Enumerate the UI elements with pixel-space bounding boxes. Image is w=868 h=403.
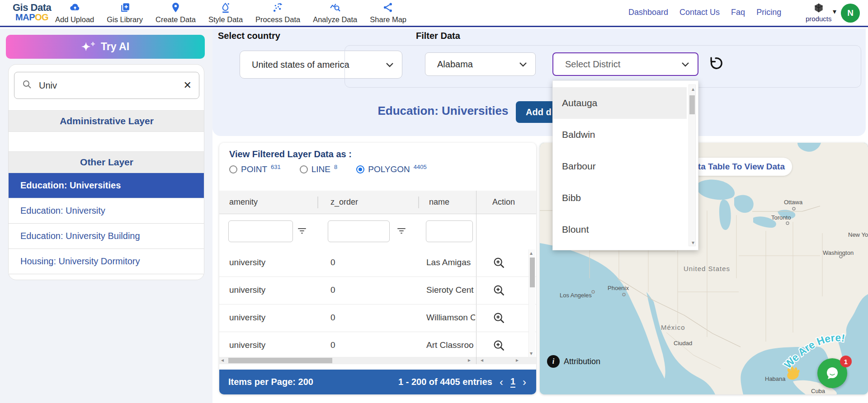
column-header-name[interactable]: name (429, 197, 449, 207)
app-root: Gis Data MAPOG Add Upload Gis Library (0, 0, 868, 403)
district-option-autauga[interactable]: Autauga (553, 87, 687, 119)
nav-links: Dashboard Contact Us Faq Pricing (628, 8, 781, 17)
chevron-down-icon[interactable]: ▾ (833, 7, 836, 16)
nav-item-analyze-data[interactable]: Analyze Data (313, 2, 357, 24)
name-filter-input[interactable] (426, 220, 473, 242)
info-icon: i (547, 355, 560, 368)
geometry-radio-group: POINT631 LINE8 POLYGON4405 (229, 164, 427, 174)
filter-icon[interactable] (297, 226, 307, 236)
layer-search-box: ✕ (14, 72, 199, 99)
filter-icon[interactable] (396, 226, 406, 236)
nav-item-create-data[interactable]: Create Data (156, 2, 196, 24)
chat-notification-badge[interactable]: 1 (840, 356, 852, 367)
scroll-thumb[interactable] (228, 358, 332, 363)
vertical-scrollbar[interactable]: ▴ ▾ (528, 249, 535, 357)
map-label-ciudad: Ciudad (674, 340, 692, 347)
scroll-down-arrow[interactable]: ▾ (530, 351, 533, 356)
scroll-thumb[interactable] (530, 258, 535, 287)
scroll-left-arrow[interactable]: ◂ (221, 357, 224, 363)
radio-point[interactable]: POINT631 (229, 164, 281, 174)
ink-drop-icon (220, 2, 231, 15)
radio-icon[interactable] (300, 165, 308, 173)
state-select[interactable]: Alabama (425, 52, 536, 76)
scroll-up-arrow[interactable]: ▴ (530, 250, 533, 256)
zoom-in-icon[interactable] (492, 339, 506, 352)
nav-item-style-data[interactable]: Style Data (208, 2, 243, 24)
active-layer-title: Education: Universities (375, 104, 511, 118)
zoom-in-icon[interactable] (492, 256, 506, 270)
share-icon (382, 2, 394, 15)
sidebar-item-university-building[interactable]: Education: University Building (9, 224, 204, 249)
link-dashboard[interactable]: Dashboard (628, 8, 668, 17)
attribution-control[interactable]: i Attribution (547, 355, 600, 368)
table-row[interactable]: university 0 Art Classroo (219, 332, 536, 357)
map-label-phoenix: Phoenix (608, 285, 629, 291)
district-option-barbour[interactable]: Barbour (553, 150, 687, 182)
zoom-in-icon[interactable] (492, 311, 506, 325)
scroll-right-arrow[interactable]: ▸ (468, 357, 471, 363)
try-ai-button[interactable]: ✦✧ Try AI (6, 35, 205, 59)
table-row[interactable]: university 0 Sieroty Cent (219, 277, 536, 305)
link-faq[interactable]: Faq (731, 8, 745, 17)
refresh-icon[interactable] (708, 56, 723, 71)
sidebar-item-university-dormitory[interactable]: Housing: University Dormitory (9, 249, 204, 274)
next-page-button[interactable]: › (523, 378, 526, 387)
nav-item-process-data[interactable]: Process Data (255, 2, 300, 24)
district-select[interactable]: Select District (552, 52, 698, 76)
point-count: 631 (271, 164, 281, 170)
table-pagination-bar: Items per Page: 200 1 - 200 of 4405 entr… (219, 370, 536, 394)
scroll-right-arrow[interactable]: ▸ (516, 357, 519, 363)
radio-icon[interactable] (229, 165, 237, 173)
top-navbar: Gis Data MAPOG Add Upload Gis Library (0, 0, 868, 27)
scrollbar-divider (476, 357, 476, 364)
link-pricing[interactable]: Pricing (756, 8, 781, 17)
link-contact-us[interactable]: Contact Us (679, 8, 720, 17)
scroll-up-arrow[interactable]: ▴ (692, 86, 694, 92)
table-row[interactable]: university 0 Las Amigas (219, 249, 536, 277)
nav-item-label: Create Data (156, 15, 196, 24)
district-option-bibb[interactable]: Bibb (553, 182, 687, 214)
zoom-in-icon[interactable] (492, 284, 506, 297)
select-country-label: Select country (218, 31, 280, 41)
chat-bubble-icon (824, 365, 840, 381)
view-data-button[interactable]: ta Table To View Data (691, 158, 792, 176)
line-count: 8 (334, 164, 337, 170)
z-order-filter-input[interactable] (328, 220, 390, 242)
current-page-button[interactable]: 1 (510, 376, 515, 388)
radio-polygon[interactable]: POLYGON4405 (356, 164, 426, 174)
horizontal-scrollbar[interactable]: ◂ ▸ ◂ ▸ (219, 357, 536, 364)
district-option-baldwin[interactable]: Baldwin (553, 119, 687, 150)
products-menu[interactable]: products (806, 2, 832, 23)
column-header-z-order[interactable]: z_order (330, 197, 358, 207)
data-table-panel: View Filtered Layer Data as : POINT631 L… (219, 143, 536, 394)
table-filter-row (219, 214, 536, 249)
column-header-amenity[interactable]: amenity (229, 197, 258, 207)
clear-search-icon[interactable]: ✕ (184, 80, 192, 91)
scroll-left-arrow[interactable]: ◂ (481, 357, 483, 363)
nav-item-label: Analyze Data (313, 15, 357, 24)
try-ai-label: Try AI (101, 41, 129, 53)
nav-item-share-map[interactable]: Share Map (370, 2, 406, 24)
prev-page-button[interactable]: ‹ (500, 378, 503, 387)
waving-hand-icon (784, 365, 802, 381)
user-avatar[interactable]: N (841, 4, 860, 23)
map-label-ottawa: Ottawa (784, 199, 803, 206)
radio-line[interactable]: LINE8 (300, 164, 337, 174)
search-icon (22, 79, 33, 92)
radio-icon-checked[interactable] (356, 165, 364, 173)
search-input[interactable] (39, 80, 177, 91)
table-row[interactable]: university 0 Williamson C (219, 305, 536, 332)
nav-item-gis-library[interactable]: Gis Library (107, 2, 143, 24)
nav-item-label: Gis Library (107, 15, 143, 24)
amenity-filter-input[interactable] (228, 220, 293, 242)
district-option-blount[interactable]: Blount (553, 214, 687, 245)
column-divider (317, 197, 318, 208)
sidebar-item-university[interactable]: Education: University (9, 198, 204, 224)
nav-item-add-upload[interactable]: Add Upload (55, 2, 94, 24)
map-label-new-york: New Yor (848, 231, 868, 238)
scroll-down-arrow[interactable]: ▾ (692, 240, 694, 245)
chart-magnifier-icon (330, 2, 341, 15)
scroll-thumb[interactable] (689, 95, 695, 114)
sidebar-item-universities[interactable]: Education: Universities (9, 173, 204, 198)
app-logo[interactable]: Gis Data MAPOG (13, 3, 51, 22)
